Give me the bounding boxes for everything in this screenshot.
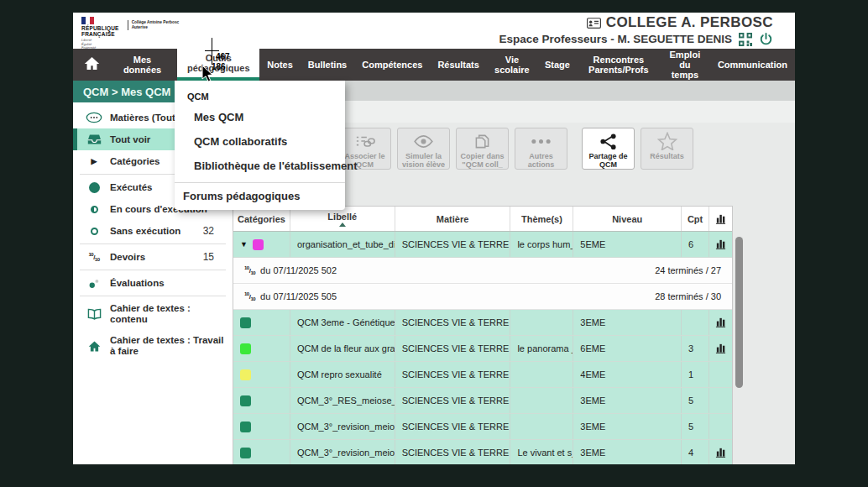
cell-niveau: 4EME (573, 362, 682, 387)
sidebar-item-cahier-de-textes-contenu[interactable]: Cahier de textes : contenu (73, 298, 233, 330)
nav-item-label: Rencontres Parents/Profs (585, 55, 652, 75)
ellipsis-oval-icon (86, 112, 102, 123)
themes-value: le corps hum_ (517, 239, 573, 249)
circle-outline-icon (86, 228, 102, 235)
column-header-matiere[interactable]: Matière (395, 207, 511, 231)
cell-categories (233, 388, 290, 413)
menu-item-qcm-collaboratifs[interactable]: QCM collaboratifs (175, 129, 345, 154)
themes-value: le panorama _ (517, 343, 573, 353)
app-header: RÉPUBLIQUE FRANÇAISE Liberté Égalité Fra… (73, 13, 795, 49)
niveau-value: 3EME (580, 395, 605, 406)
school-city-small: Auterive (132, 25, 180, 30)
session-label: du 07/11/2025 502 (260, 265, 337, 275)
nav-item-notes[interactable]: Notes (259, 49, 301, 81)
matiere-value: SCIENCES VIE & TERRE (402, 395, 510, 406)
session-row[interactable]: 10/10du 07/11/2025 50224 terminés / 27 (233, 258, 732, 284)
menu-item-biblioth-que-de-l-tablissement[interactable]: Bibliothèque de l'établissement (175, 154, 345, 178)
copier-dans-qcm-coll-button: Copier dans "QCM coll_ (456, 128, 509, 170)
cell-libelle: QCM 3eme - Génétique (290, 310, 395, 335)
niveau-value: 3EME (580, 422, 605, 432)
nav-item-label: Mes données (115, 55, 170, 75)
table-scrollbar[interactable] (735, 237, 743, 388)
sidebar-divider (80, 244, 226, 244)
cell-categories (233, 336, 290, 361)
nav-item-communication[interactable]: Communication (710, 49, 795, 81)
table-row[interactable]: QCM 3eme - GénétiqueSCIENCES VIE & TERRE… (233, 310, 732, 336)
home-nav-button[interactable] (77, 49, 107, 81)
nav-item-mes-donn-es[interactable]: Mes données (107, 49, 177, 81)
table-row[interactable]: QCM_3°_RES_meiose_mitoSCIENCES VIE & TER… (233, 388, 732, 414)
cell-themes (510, 388, 573, 413)
cell-matiere: SCIENCES VIE & TERRE (395, 388, 511, 413)
brand-name: RÉPUBLIQUE FRANÇAISE (81, 25, 119, 37)
session-status: 24 terminés / 27 (655, 265, 721, 275)
menu-item-forums-pedagogiques[interactable]: Forums pédagogiques (175, 183, 345, 210)
column-header-categories[interactable]: Catégories (233, 207, 290, 231)
toolbar-button-label: Partage de QCM (583, 152, 634, 169)
results-icon[interactable] (715, 343, 726, 355)
sidebar-item-label: Catégories (110, 156, 159, 166)
matiere-value: SCIENCES VIE & TERRE (402, 369, 510, 380)
table-row[interactable]: QCM repro sexualitéSCIENCES VIE & TERRE4… (233, 362, 732, 388)
sidebar-divider (80, 296, 226, 296)
sidebar-item-devoirs[interactable]: 10/10Devoirs15 (73, 246, 233, 268)
row-expander-icon[interactable]: ▼ (240, 240, 248, 249)
column-header-libelle[interactable]: Libellé (290, 207, 395, 231)
table-row[interactable]: QCM de la fleur aux grainesSCIENCES VIE … (233, 336, 732, 362)
logout-power-icon[interactable] (759, 32, 773, 46)
main-navbar: Mes donnéesOutils pédagogiquesNotesBulle… (73, 49, 795, 81)
french-flag-icon (81, 17, 94, 24)
nav-item-vie-scolaire[interactable]: Vie scolaire (487, 49, 537, 81)
cell-matiere: SCIENCES VIE & TERRE (395, 362, 511, 387)
column-header-results[interactable] (709, 207, 732, 231)
table-row[interactable]: QCM_3°_revision_meiose_nSCIENCES VIE & T… (233, 414, 732, 440)
dropdown-section-qcm: QCM (175, 89, 345, 105)
column-header-themes[interactable]: Thème(s) (510, 207, 573, 231)
qr-code-icon[interactable] (739, 33, 752, 46)
partage-de-qcm-button[interactable]: Partage de QCM (582, 128, 635, 170)
nav-item-r-sultats[interactable]: Résultats (430, 49, 487, 81)
cell-libelle: QCM_3°_revision_meiose_n (290, 440, 395, 464)
results-icon[interactable] (715, 317, 726, 329)
menu-item-mes-qcm[interactable]: Mes QCM (175, 105, 345, 129)
link-icon (355, 132, 375, 150)
nav-item-bulletins[interactable]: Bulletins (301, 49, 354, 81)
column-header-niveau[interactable]: Niveau (573, 207, 682, 231)
cell-categories: ▼ (233, 232, 290, 257)
nav-item-stage[interactable]: Stage (537, 49, 578, 81)
sidebar-item-cahier-de-textes-travail-faire[interactable]: Cahier de textes : Travail à faire (73, 330, 233, 362)
niveau-value: 5EME (580, 239, 605, 249)
column-header-cpt[interactable]: Cpt (682, 207, 709, 231)
nav-item-label: Outils pédagogiques (185, 53, 252, 73)
libelle-value: QCM_3°_revision_meiose_n (297, 422, 395, 432)
table-row[interactable]: QCM_3°_revision_meiose_nSCIENCES VIE & T… (233, 440, 732, 464)
libelle-value: QCM_3°_RES_meiose_mito (297, 395, 395, 406)
nav-item-rencontres-parents-profs[interactable]: Rencontres Parents/Profs (578, 49, 660, 81)
nav-item-outils-p-dagogiques[interactable]: Outils pédagogiques (177, 49, 259, 81)
nav-item-comp-tences[interactable]: Compétences (354, 49, 430, 81)
cell-matiere: SCIENCES VIE & TERRE (395, 310, 511, 335)
qcm-toolbar: Associer le QCMSimuler la vision élèveCo… (338, 128, 693, 170)
sidebar-item-sans-ex-cution[interactable]: Sans exécution32 (73, 220, 233, 242)
toolbar-button-label: Simuler la vision élève (398, 152, 449, 169)
nav-item-label: Vie scolaire (494, 55, 530, 75)
id-card-icon (587, 18, 601, 29)
category-color-swatch (240, 317, 251, 328)
results-icon[interactable] (715, 238, 726, 251)
cell-categories (233, 414, 290, 439)
sidebar-item-valuations[interactable]: Évaluations (73, 272, 233, 294)
cell-cpt: 3 (682, 336, 709, 361)
session-row[interactable]: 10/10du 07/11/2025 50528 terminés / 30 (233, 284, 732, 310)
libelle-value: QCM 3eme - Génétique (297, 317, 395, 327)
r-sultats-button: Résultats (641, 128, 693, 170)
results-icon[interactable] (715, 447, 726, 459)
niveau-value: 3EME (580, 317, 605, 327)
nav-item-label: Compétences (362, 60, 422, 70)
autres-actions-button: Autres actions (515, 128, 567, 170)
nav-item-emploi-du-temps[interactable]: Emploi du temps (660, 49, 710, 81)
user-space-label: Espace Professeurs - M. SEGUETTE DENIS (499, 33, 732, 45)
cell-matiere: SCIENCES VIE & TERRE (395, 414, 511, 439)
table-row[interactable]: ▼organisation_et_tube_digesSCIENCES VIE … (233, 232, 732, 258)
sidebar-item-label: Sans exécution (110, 226, 180, 236)
cell-themes (510, 362, 573, 387)
